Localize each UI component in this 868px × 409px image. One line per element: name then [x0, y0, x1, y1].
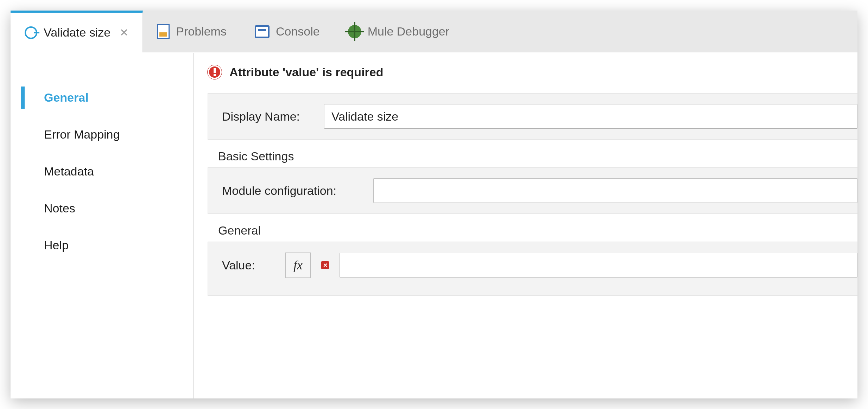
module-config-label: Module configuration: [222, 184, 363, 198]
display-name-row: Display Name: [222, 104, 857, 129]
content-area: Attribute 'value' is required Display Na… [194, 53, 857, 398]
field-error-icon: ✕ [321, 261, 329, 269]
module-config-row: Module configuration: [222, 178, 857, 203]
general-section-title: General [218, 224, 857, 237]
value-row: Value: fx ✕ [222, 253, 857, 278]
sidebar-item-error-mapping[interactable]: Error Mapping [21, 121, 193, 148]
viewport: Validate size ✕ Problems Console Mule De… [0, 0, 868, 409]
sidebar-item-label: Help [44, 238, 69, 252]
sidebar-item-notes[interactable]: Notes [21, 195, 193, 222]
validate-size-icon [25, 26, 37, 39]
sidebar-item-help[interactable]: Help [21, 232, 193, 258]
tab-mule-debugger[interactable]: Mule Debugger [334, 11, 463, 52]
tab-strip: Validate size ✕ Problems Console Mule De… [11, 11, 857, 53]
problems-icon [157, 24, 170, 39]
display-name-group: Display Name: [208, 93, 857, 140]
sidebar-item-general[interactable]: General [21, 84, 193, 111]
sidebar-item-label: Metadata [44, 165, 94, 178]
basic-settings-group: Module configuration: [208, 167, 857, 214]
sidebar-item-label: General [44, 91, 89, 104]
console-icon [255, 25, 270, 38]
module-config-input[interactable] [373, 178, 857, 203]
sidebar-item-metadata[interactable]: Metadata [21, 158, 193, 185]
fx-icon: fx [293, 258, 303, 273]
sidebar: General Error Mapping Metadata Notes Hel… [11, 53, 194, 398]
tab-label: Problems [176, 25, 227, 38]
error-bar: Attribute 'value' is required [208, 65, 857, 79]
error-icon [208, 65, 222, 79]
svg-rect-1 [214, 74, 216, 76]
tab-label: Console [276, 25, 320, 38]
bug-icon [348, 25, 361, 38]
tab-validate-size[interactable]: Validate size ✕ [11, 11, 143, 52]
error-message: Attribute 'value' is required [229, 65, 383, 79]
basic-settings-title: Basic Settings [218, 149, 857, 163]
general-group: Value: fx ✕ [208, 242, 857, 296]
panel-body: General Error Mapping Metadata Notes Hel… [11, 53, 857, 398]
tab-console[interactable]: Console [241, 11, 334, 52]
tab-label: Mule Debugger [368, 25, 449, 38]
tab-label: Validate size [44, 26, 110, 39]
properties-panel: Validate size ✕ Problems Console Mule De… [11, 11, 857, 398]
close-icon[interactable]: ✕ [120, 26, 128, 39]
tab-problems[interactable]: Problems [143, 11, 241, 52]
value-input[interactable] [340, 253, 857, 277]
svg-rect-0 [214, 68, 216, 73]
sidebar-item-label: Error Mapping [44, 128, 120, 141]
value-label: Value: [222, 258, 275, 272]
display-name-label: Display Name: [222, 110, 313, 123]
display-name-input[interactable] [324, 104, 857, 129]
fx-button[interactable]: fx [285, 253, 311, 278]
sidebar-item-label: Notes [44, 202, 75, 215]
